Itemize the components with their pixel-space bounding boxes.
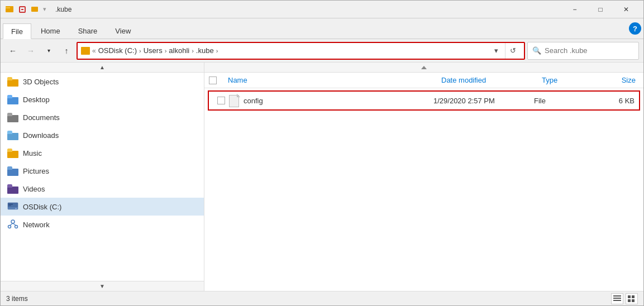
svg-point-11: [8, 226, 11, 228]
quick-access-icon1: [5, 5, 15, 14]
up-button[interactable]: ↑: [59, 43, 74, 59]
back-button[interactable]: ←: [5, 43, 21, 59]
drive-icon: [7, 202, 18, 212]
file-list: Name Date modified Type Size config 1/29…: [204, 63, 643, 291]
path-segment-3: .kube: [196, 46, 214, 55]
search-icon: 🔍: [532, 46, 541, 55]
sidebar-item-label: Music: [23, 149, 42, 157]
view-controls: [611, 293, 638, 304]
tab-file[interactable]: File: [3, 23, 31, 39]
svg-point-12: [15, 226, 18, 228]
sidebar-item-label: OSDisk (C:): [23, 203, 61, 211]
folder-3d-icon: [7, 77, 18, 87]
svg-rect-7: [15, 208, 17, 209]
svg-rect-1: [6, 7, 10, 8]
table-row[interactable]: config 1/29/2020 2:57 PM File 6 KB: [208, 90, 640, 111]
svg-rect-21: [632, 299, 635, 302]
sidebar-item-osdisk[interactable]: OSDisk (C:): [1, 198, 204, 216]
sidebar-item-downloads[interactable]: Downloads: [1, 126, 204, 144]
sidebar-item-3d-objects[interactable]: 3D Objects: [1, 73, 204, 90]
search-box: 🔍: [527, 42, 639, 60]
window-title: .kube: [51, 6, 559, 13]
path-sep-3: ›: [216, 47, 218, 54]
quick-access-icon3: [30, 5, 40, 14]
file-size: 6 KB: [590, 97, 635, 105]
file-name: config: [244, 97, 433, 105]
col-header-type[interactable]: Type: [538, 76, 594, 84]
tab-home[interactable]: Home: [32, 23, 69, 39]
address-bar[interactable]: « OSDisk (C:) › Users › alkohli › .kube …: [77, 42, 525, 60]
sidebar: ▲ 3D Objects Desktop Documents Downloads…: [1, 63, 204, 291]
forward-button[interactable]: →: [23, 43, 39, 59]
close-button[interactable]: ✕: [613, 1, 639, 18]
sidebar-item-documents[interactable]: Documents: [1, 108, 204, 126]
file-type: File: [534, 97, 590, 105]
folder-pictures-icon: [7, 166, 18, 176]
svg-rect-15: [613, 295, 621, 297]
folder-videos-icon: [7, 184, 18, 194]
sidebar-item-label: Documents: [23, 113, 60, 122]
folder-desktop-icon: [7, 95, 18, 104]
sidebar-scroll-down[interactable]: ▼: [1, 281, 204, 291]
address-folder-icon: [81, 47, 90, 55]
refresh-button[interactable]: ↺: [505, 43, 521, 59]
search-input[interactable]: [545, 46, 623, 55]
minimize-button[interactable]: −: [562, 1, 588, 18]
details-view-button[interactable]: [611, 293, 623, 304]
sidebar-scroll-up[interactable]: ▲: [1, 63, 204, 73]
svg-rect-0: [6, 6, 13, 12]
file-icon: [229, 94, 240, 107]
path-dropdown-button[interactable]: ▾: [489, 43, 503, 59]
col-header-size[interactable]: Size: [594, 76, 639, 84]
column-headers: Name Date modified Type Size: [204, 73, 643, 88]
history-dropdown-button[interactable]: ▾: [41, 43, 56, 59]
svg-rect-18: [628, 295, 631, 298]
items-count: 3 items: [6, 295, 28, 303]
path-sep-0: ›: [139, 47, 141, 54]
path-segment-0: OSDisk (C:): [98, 46, 137, 55]
col-header-name[interactable]: Name: [225, 76, 438, 84]
row-checkbox-area: [213, 97, 229, 104]
sidebar-item-label: Pictures: [23, 167, 49, 175]
main-content: ▲ 3D Objects Desktop Documents Downloads…: [1, 63, 643, 291]
svg-line-14: [13, 223, 16, 226]
maximize-button[interactable]: □: [588, 1, 613, 18]
large-icons-view-button[interactable]: [626, 293, 638, 304]
title-separator: ▾: [43, 6, 46, 13]
file-list-header-up: [204, 63, 643, 73]
sidebar-item-label: Videos: [23, 185, 45, 193]
col-header-date[interactable]: Date modified: [438, 76, 538, 84]
file-date: 1/29/2020 2:57 PM: [433, 97, 534, 105]
folder-downloads-icon: [7, 131, 18, 140]
svg-rect-20: [628, 299, 631, 302]
title-bar-icons: ▾: [5, 5, 47, 14]
quick-access-icon2: [17, 5, 27, 14]
svg-rect-16: [613, 298, 621, 299]
folder-documents-icon: [7, 113, 18, 122]
sidebar-item-desktop[interactable]: Desktop: [1, 90, 204, 108]
network-icon: [7, 219, 18, 230]
svg-rect-8: [8, 204, 13, 205]
path-sep-2: ›: [192, 47, 194, 54]
address-bar-row: ← → ▾ ↑ « OSDisk (C:) › Users › alkohli …: [1, 39, 643, 63]
svg-rect-17: [613, 300, 621, 301]
svg-rect-9: [8, 205, 11, 206]
tab-share[interactable]: Share: [70, 23, 106, 39]
sidebar-item-pictures[interactable]: Pictures: [1, 162, 204, 180]
sidebar-item-label: Downloads: [23, 131, 59, 140]
svg-point-10: [11, 220, 15, 223]
help-button[interactable]: ?: [629, 22, 641, 35]
sidebar-item-music[interactable]: Music: [1, 144, 204, 162]
header-checkbox[interactable]: [209, 76, 217, 84]
title-bar: ▾ .kube − □ ✕: [1, 1, 643, 18]
sidebar-item-label: Desktop: [23, 95, 50, 104]
sidebar-item-videos[interactable]: Videos: [1, 180, 204, 198]
tab-view[interactable]: View: [107, 23, 139, 39]
path-segment-1: Users: [144, 46, 163, 55]
svg-line-13: [9, 223, 13, 226]
col-header-checkbox: [209, 76, 225, 84]
sidebar-item-label: 3D Objects: [23, 78, 59, 86]
address-path: « OSDisk (C:) › Users › alkohli › .kube …: [92, 46, 487, 55]
row-checkbox[interactable]: [217, 97, 225, 104]
sidebar-item-network[interactable]: Network: [1, 216, 204, 233]
